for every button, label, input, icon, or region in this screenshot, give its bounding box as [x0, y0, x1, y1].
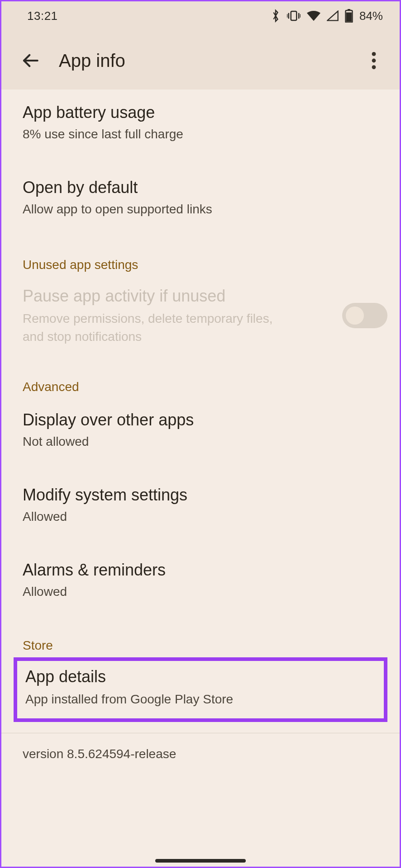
status-bar: 13:21	[0, 0, 401, 32]
status-time: 13:21	[27, 9, 58, 23]
back-button[interactable]	[14, 45, 46, 76]
item-title: App details	[25, 666, 376, 687]
item-subtitle: Allowed	[23, 508, 378, 525]
item-subtitle: Not allowed	[23, 433, 378, 450]
item-subtitle: Allowed	[23, 583, 378, 600]
bluetooth-icon	[271, 9, 281, 23]
page-title: App info	[59, 51, 360, 71]
section-advanced: Advanced	[0, 359, 401, 394]
app-info-screen: 13:21	[0, 0, 401, 868]
item-subtitle: App installed from Google Play Store	[25, 690, 376, 708]
pause-toggle	[342, 303, 387, 328]
settings-list: App battery usage 8% use since last full…	[0, 90, 401, 868]
app-details-item[interactable]: App details App installed from Google Pl…	[14, 657, 387, 722]
item-subtitle: Allow app to open supported links	[23, 200, 378, 218]
app-version: version 8.5.624594-release	[0, 733, 401, 779]
item-title: App battery usage	[23, 102, 378, 123]
svg-point-9	[372, 52, 376, 56]
section-store: Store	[0, 614, 401, 653]
item-title: Display over other apps	[23, 410, 378, 430]
item-subtitle: Remove permissions, delete temporary fil…	[23, 310, 276, 345]
svg-point-11	[372, 65, 376, 69]
item-title: Modify system settings	[23, 485, 378, 505]
vibrate-icon	[287, 10, 301, 22]
app-battery-usage-item[interactable]: App battery usage 8% use since last full…	[0, 90, 401, 156]
battery-icon	[345, 9, 353, 23]
navigation-pill[interactable]	[155, 859, 246, 863]
pause-app-activity-item: Pause app activity if unused Remove perm…	[0, 272, 401, 359]
svg-point-10	[372, 59, 376, 63]
item-title: Open by default	[23, 177, 378, 198]
open-by-default-item[interactable]: Open by default Allow app to open suppor…	[0, 156, 401, 231]
signal-icon	[327, 10, 339, 21]
svg-rect-7	[346, 13, 352, 22]
item-subtitle: 8% use since last full charge	[23, 125, 378, 143]
status-icons: 84%	[271, 9, 383, 23]
wifi-icon	[307, 10, 320, 21]
section-unused-app-settings: Unused app settings	[0, 231, 401, 272]
svg-rect-0	[291, 11, 297, 20]
item-title: Pause app activity if unused	[23, 286, 331, 306]
display-over-apps-item[interactable]: Display over other apps Not allowed	[0, 394, 401, 464]
item-title: Alarms & reminders	[23, 560, 378, 580]
battery-percent: 84%	[359, 9, 383, 23]
app-bar: App info	[0, 32, 401, 90]
overflow-menu-button[interactable]	[360, 47, 387, 74]
alarms-reminders-item[interactable]: Alarms & reminders Allowed	[0, 539, 401, 614]
modify-system-settings-item[interactable]: Modify system settings Allowed	[0, 464, 401, 539]
